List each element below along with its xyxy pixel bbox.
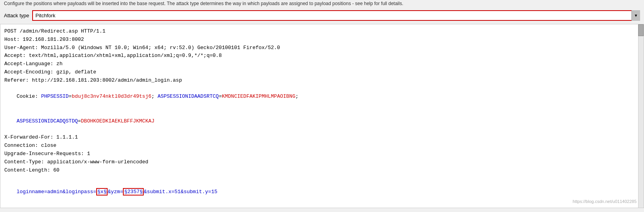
body-line: loginname=admin&loginpass=§x§&yzm=§2357§… xyxy=(4,180,640,204)
payload-1-box: §x§ xyxy=(96,188,108,196)
cookie-line-2: ASPSESSIONIDCADQSTDQ=DBOHKOEDKIAEKLBFFJK… xyxy=(4,109,640,133)
attack-type-select-wrapper: Sniper Battering ram Pitchfork Cluster b… xyxy=(32,10,640,21)
cookie-phpsessid-key: PHPSESSID xyxy=(41,93,69,99)
cookie-end1: ; xyxy=(295,93,298,99)
request-line-2: Host: 192.168.181.203:8002 xyxy=(4,36,640,44)
cookie-eq2: = xyxy=(219,93,222,99)
scrollbar[interactable] xyxy=(638,24,644,208)
body-suffix: &submit.x=51&submit.y=15 xyxy=(144,189,217,195)
description-text: Configure the positions where payloads w… xyxy=(4,1,403,6)
cookie-aspsessionid-key: ASPSESSIONIDAADSRTCQ xyxy=(157,93,219,99)
attack-type-select[interactable]: Sniper Battering ram Pitchfork Cluster b… xyxy=(32,10,640,21)
payload-2-text: §2357§ xyxy=(124,189,143,195)
cookie-aspsessionidcad-val: DBOHKOEDKIAEKLBFFJKMCKAJ xyxy=(81,118,154,124)
body-prefix: loginname=admin&loginpass= xyxy=(16,189,96,195)
cookie-aspsessionid-val: KMDNCIEDFAKIPMHLMPAOIBNG xyxy=(222,93,295,99)
request-line-9: Connection: close xyxy=(4,142,640,150)
cookie-label: Cookie: xyxy=(16,93,41,99)
payload-1-text: §x§ xyxy=(97,189,106,195)
cookie-eq1: = xyxy=(69,93,72,99)
payload-2-box: §2357§ xyxy=(123,188,144,196)
watermark: https://blog.csdn.net/u011402285 xyxy=(573,198,637,205)
cookie-line: Cookie: PHPSESSID=bduj8c3nv74nktl0d3dr49… xyxy=(4,85,640,109)
description-bar: Configure the positions where payloads w… xyxy=(0,0,644,8)
cookie-aspsessionidcad-key: ASPSESSIONIDCADQSTDQ xyxy=(16,118,78,124)
body-middle: &yzm= xyxy=(108,189,123,195)
cookie-phpsessid-val: bduj8c3nv74nktl0d3dr49tsj6 xyxy=(72,93,152,99)
request-line-8: X-Forwarded-For: 1.1.1.1 xyxy=(4,133,640,142)
request-area: POST /admin/Redirect.asp HTTP/1.1 Host: … xyxy=(0,24,644,208)
request-line-6: Accept-Encoding: gzip, deflate xyxy=(4,68,640,77)
cookie-sep1: ; xyxy=(152,93,158,99)
top-bar: Attack type Sniper Battering ram Pitchfo… xyxy=(0,8,644,24)
scrollbar-thumb[interactable] xyxy=(638,24,644,36)
request-line-3: User-Agent: Mozilla/5.0 (Windows NT 10.0… xyxy=(4,44,640,52)
request-line-7: Referer: http://192.168.181.203:8002/adm… xyxy=(4,77,640,85)
request-line-12: Content-Length: 60 xyxy=(4,166,640,175)
request-line-10: Upgrade-Insecure-Requests: 1 xyxy=(4,150,640,158)
attack-type-label: Attack type xyxy=(4,13,29,18)
request-line-4: Accept: text/html,application/xhtml+xml,… xyxy=(4,52,640,60)
request-line-11: Content-Type: application/x-www-form-url… xyxy=(4,158,640,166)
request-line-5: Accept-Language: zh xyxy=(4,60,640,68)
cookie-eq3: = xyxy=(78,118,81,124)
request-line-1: POST /admin/Redirect.asp HTTP/1.1 xyxy=(4,27,640,36)
